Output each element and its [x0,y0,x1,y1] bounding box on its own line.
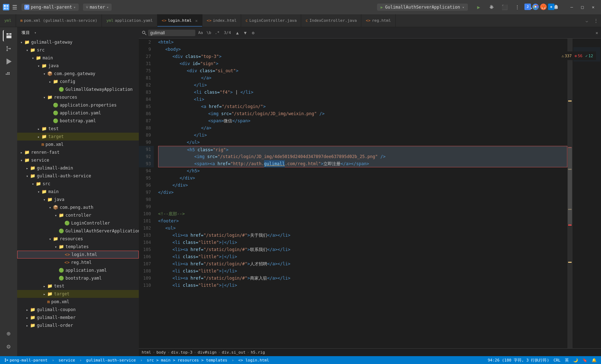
tree-item-controller[interactable]: ▾ 📁 controller [17,211,139,219]
sb-src-path[interactable]: src > main > resources > templates [145,358,229,363]
app-selector[interactable]: ▶ GulimallAuthServerApplication ▾ [377,4,468,11]
tab-overflow-menu[interactable]: ⌵ [583,14,591,27]
close-search-button[interactable]: ✕ [596,30,598,35]
tree-item-login-ctrl[interactable]: 🟢 LoginController [17,219,139,227]
bc-div-top3[interactable]: div.top-3 [171,350,192,355]
scroll-thumb[interactable] [568,147,572,225]
tree-item-test-gw[interactable]: ▸ 📁 test [17,125,139,133]
explorer-button[interactable] [3,30,14,41]
tree-item-main-gw[interactable]: ▾ 📁 main [17,54,139,62]
stop-button[interactable]: ⬛ [499,2,509,12]
sb-file[interactable]: <> login.html [237,358,270,363]
tree-item-com-peng-gw[interactable]: ▾ 📦 com.peng.gateway [17,70,139,78]
tab-index[interactable]: <> index.html [202,14,241,27]
tree-item-com-auth[interactable]: ▾ 📦 com.peng.auth [17,203,139,211]
tree-item-resources-gw[interactable]: ▾ 📁 resources [17,93,139,101]
tree-item-pom-gw[interactable]: m pom.xml [17,141,139,148]
tab-yml[interactable]: yml [0,14,16,27]
tree-item-bootstrap-gw[interactable]: 🟢 bootstrap.yaml [17,117,139,125]
sb-encoding[interactable]: CRL [552,358,562,363]
tree-item-gateway-app[interactable]: 🟢 GulimallGatewayApplication [17,85,139,93]
tree-item-reg-html[interactable]: <> reg.html [17,259,139,266]
tree-item-gateway[interactable]: ▾ 📁 gulimall-gateway [17,38,139,46]
attr-class-110: class= [183,282,198,289]
tree-item-service[interactable]: ▾ 📁 service [17,156,139,164]
sb-auth-service[interactable]: gulimall-auth-service [85,358,137,363]
next-match-button[interactable]: ▼ [242,29,249,36]
tree-item-resources-auth[interactable]: ▾ 📁 resources [17,235,139,243]
tree-item-coupon[interactable]: ▸ 📁 gulimall-coupon [17,306,139,314]
tree-item-auth-service[interactable]: ▾ 📁 gulimall-auth-service [17,172,139,180]
tab-context-menu[interactable]: ⋮ [591,14,601,27]
filter-results-button[interactable]: ⚙ [250,29,257,36]
sb-line-col[interactable]: 94:26 (180 字符, 3 行执行符) [486,358,551,363]
tree-item-pom-auth[interactable]: m pom.xml [17,298,139,306]
tab-login[interactable]: <> login.html ✕ [157,14,202,27]
sb-service[interactable]: service [57,358,77,363]
tree-item-order[interactable]: ▸ 📁 gulimall-order [17,321,139,329]
sb-branch[interactable]: peng-mall-parent [3,358,49,363]
search-input[interactable] [150,30,193,35]
docker-button[interactable] [3,69,14,80]
tab-logincontroller[interactable]: c LoginController.java [241,14,301,27]
bc-body[interactable]: body [156,350,166,355]
maximize-button[interactable]: □ [577,2,587,12]
settings-button[interactable] [487,2,497,12]
close-button[interactable]: ✕ [588,2,598,12]
sb-bookmark[interactable]: 🔖 [581,358,589,363]
search-input-wrap[interactable] [148,30,195,36]
tree-item-java-gw[interactable]: ▾ 📁 java [17,62,139,70]
sb-notification[interactable]: 🔔 [590,358,598,363]
tree-item-admin[interactable]: ▸ 📁 gulimall-admin [17,164,139,172]
code-line-83: <li class="f4"> | </li> [158,89,567,96]
tree-item-member[interactable]: ▸ 📁 gulimall-member [17,314,139,321]
tree-item-app-props[interactable]: 🟢 application.properties [17,101,139,109]
tab-reg[interactable]: <> reg.html [361,14,395,27]
bc-html[interactable]: html [142,350,151,355]
tree-item-bootstrap-auth[interactable]: 🟢 bootstrap.yaml [17,274,139,282]
tree-item-src-auth[interactable]: ▾ 📁 src [17,180,139,188]
word-match-toggle[interactable]: \b [205,30,212,36]
tree-item-app-yaml-auth[interactable]: 🟢 application.yaml [17,266,139,274]
tree-item-java-auth[interactable]: ▾ 📁 java [17,196,139,203]
tree-item-gulimall-auth-app[interactable]: 🟢 GulimallAuthServerApplication [17,227,139,235]
tree-item-test-auth[interactable]: ▸ 📁 test [17,282,139,290]
case-sensitive-toggle[interactable]: Aa [197,30,204,36]
scroll-decorations[interactable] [567,39,572,348]
project-selector[interactable]: P peng-mall-parent ▾ [21,4,79,11]
tree-item-renren[interactable]: ▸ 📁 renren-fast [17,148,139,156]
hamburger-menu[interactable]: ☰ [12,4,17,11]
prev-match-button[interactable]: ▲ [234,29,241,36]
bc-div-si-out[interactable]: div.si_out [222,350,245,355]
tab-indexcontroller[interactable]: c IndexController.java [301,14,361,27]
tree-item-app-yaml-gw[interactable]: 🟢 application.yaml [17,109,139,117]
tree-item-target-auth[interactable]: ▸ 📁 target [17,290,139,298]
extensions-button[interactable]: ⊕ [3,328,14,339]
sb-lang[interactable]: 英 [563,358,570,363]
code-line-103: <li><a href="/static/login/#">关于我们</a></… [158,232,567,239]
code-line-9: <body> [158,46,567,53]
tab-pom[interactable]: m pom.xml (gulimall-auth-service) [16,14,102,27]
minimize-button[interactable]: — [567,2,577,12]
branch-selector[interactable]: ⑂ master ▾ [83,4,112,11]
attr-src-92: src= [207,153,218,160]
bc-div-sign[interactable]: div#sign [197,350,216,355]
more-actions[interactable]: ⋮ [512,2,522,12]
tree-item-templates[interactable]: ▾ 📁 templates [17,243,139,251]
bc-h5-rig[interactable]: h5.rig [251,350,265,355]
login-tab-close[interactable]: ✕ [195,18,198,23]
tree-item-config[interactable]: ▸ 📁 config [17,78,139,85]
settings-sidebar-button[interactable]: ⚙ [3,340,14,352]
run-debug-button[interactable] [3,56,14,67]
tree-item-src-gw[interactable]: ▾ 📁 src [17,46,139,54]
tree-item-main-auth[interactable]: ▾ 📁 main [17,188,139,196]
tree-item-login-html[interactable]: <> login.html [17,251,139,259]
tab-application[interactable]: yml application.yaml [102,14,157,27]
run-button[interactable]: ▶ [474,2,484,12]
regex-toggle[interactable]: .* [214,30,221,36]
code-content[interactable]: <html> <body> <div class="top-3"> [157,39,567,348]
vcs-button[interactable] [3,43,14,54]
tree-item-target-gw[interactable]: ▸ 📁 target [17,133,139,141]
app-yaml-gw-label: application.yaml [60,110,101,115]
sb-moon[interactable]: 🌙 [572,358,580,363]
